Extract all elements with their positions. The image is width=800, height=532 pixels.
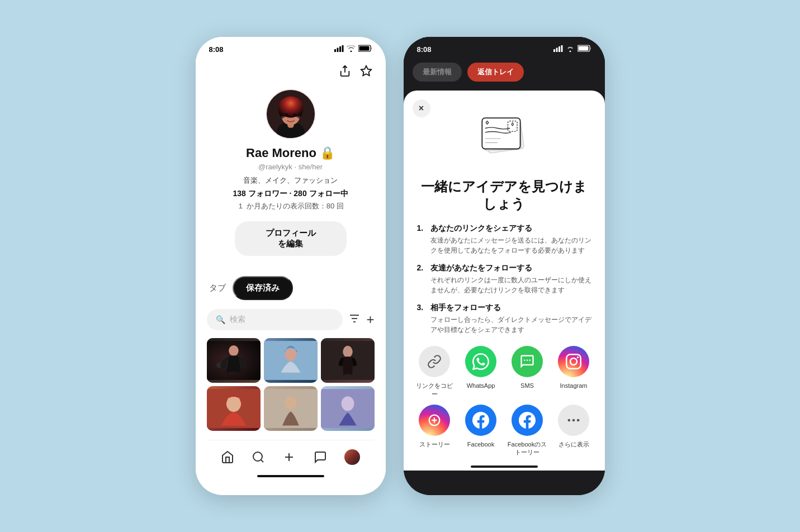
svg-point-17 (295, 116, 300, 120)
steps-list: 1. あなたのリンクをシェアする 友達があなたにメッセージを送るには、あなたのリ… (417, 224, 591, 335)
search-icon: 🔍 (216, 315, 225, 324)
tab-latest[interactable]: 最新情報 (413, 63, 462, 82)
search-row: 🔍 検索 + (207, 309, 375, 330)
svg-rect-5 (359, 46, 369, 51)
svg-line-34 (261, 460, 263, 462)
stories-icon (419, 405, 450, 436)
top-actions (207, 58, 375, 84)
nav-add[interactable] (282, 450, 296, 464)
svg-point-24 (285, 348, 296, 361)
pin-item[interactable] (321, 386, 375, 431)
tab-label: タブ (209, 283, 226, 293)
share-facebook-stories[interactable]: Facebookのストーリー (508, 405, 547, 457)
add-button[interactable]: + (366, 312, 374, 327)
facebook-stories-icon (512, 405, 543, 436)
share-instagram[interactable]: Instagram (554, 346, 594, 398)
pin-item[interactable] (321, 338, 375, 383)
status-bar-right: 8:08 (404, 37, 605, 58)
share-button[interactable] (339, 65, 351, 80)
svg-point-22 (229, 345, 238, 356)
edit-profile-button[interactable]: プロフィールを編集 (235, 221, 347, 256)
step-desc-2: それぞれのリンクは一度に数人のユーザーにしか使えませんが、必要なだけリンクを取得… (417, 275, 591, 295)
battery-icon (358, 45, 372, 54)
home-indicator (257, 475, 324, 477)
profile-bio: 音楽、メイク、ファッション (243, 175, 338, 186)
share-whatsapp[interactable]: WhatsApp (461, 346, 501, 398)
step-header-3: 相手をフォローする (430, 303, 501, 313)
share-more[interactable]: さらに表示 (554, 405, 594, 457)
app-container: 8:08 (173, 15, 627, 517)
share-stories[interactable]: ストーリー (415, 405, 455, 457)
profile-handle: @raelykyk · she/her (258, 163, 323, 171)
svg-point-52 (568, 419, 571, 422)
svg-rect-2 (339, 46, 341, 52)
svg-point-26 (343, 346, 352, 358)
share-copy-link[interactable]: リンクをコピー (415, 346, 455, 398)
search-box[interactable]: 🔍 検索 (207, 309, 343, 330)
whatsapp-icon (465, 346, 496, 377)
svg-point-15 (293, 113, 297, 117)
instagram-icon (558, 346, 589, 377)
tab-reply[interactable]: 返信トレイ (467, 63, 524, 82)
avatar (266, 89, 316, 139)
status-icons-right (553, 45, 591, 54)
nav-profile[interactable] (344, 449, 360, 465)
pin-item[interactable] (264, 338, 318, 383)
step-desc-1: 友達があなたにメッセージを送るには、あなたのリンクを使用してあなたをフォローする… (417, 235, 591, 255)
step-header-2: 友達があなたをフォローする (430, 263, 532, 273)
pin-item[interactable] (207, 338, 261, 383)
whatsapp-label: WhatsApp (467, 382, 495, 390)
battery-icon-right (577, 45, 591, 54)
svg-point-32 (341, 396, 354, 411)
filter-button[interactable] (348, 314, 361, 326)
svg-rect-40 (561, 45, 562, 52)
nav-search[interactable] (252, 450, 265, 464)
nav-home[interactable] (221, 450, 234, 464)
facebook-stories-label: Facebookのストーリー (508, 440, 547, 457)
svg-rect-39 (558, 46, 560, 52)
svg-rect-0 (334, 49, 336, 52)
modal-title: 一緒にアイデアを見つけましょう (415, 178, 594, 212)
more-label: さらに表示 (558, 440, 589, 448)
lock-icon: 🔒 (320, 146, 335, 160)
profile-name: Rae Moreno 🔒 (246, 146, 335, 160)
nav-chat[interactable] (314, 450, 327, 464)
signal-icon (334, 45, 344, 54)
step-1: 1. あなたのリンクをシェアする 友達があなたにメッセージを送るには、あなたのリ… (417, 224, 591, 255)
tab-saved[interactable]: 保存済み (233, 276, 293, 300)
dark-bg-area: 最新情報 返信トレイ (404, 58, 605, 91)
time-right: 8:08 (417, 45, 432, 54)
pin-item[interactable] (207, 386, 261, 431)
pin-item[interactable] (264, 386, 318, 431)
facebook-label: Facebook (467, 440, 494, 448)
svg-rect-1 (337, 48, 338, 52)
svg-rect-45 (482, 118, 520, 149)
profile-stats: 138 フォロワー · 280 フォロー中 (233, 189, 348, 199)
time-left: 8:08 (209, 45, 224, 54)
svg-point-14 (285, 113, 288, 117)
signal-icon-right (553, 45, 563, 54)
svg-point-33 (253, 452, 262, 461)
wifi-icon (347, 45, 356, 54)
settings-button[interactable] (360, 65, 372, 80)
share-facebook[interactable]: Facebook (461, 405, 501, 457)
home-indicator-right (471, 466, 538, 468)
svg-point-28 (226, 395, 240, 412)
profile-section: Rae Moreno 🔒 @raelykyk · she/her 音楽、メイク、… (207, 84, 375, 265)
close-button[interactable]: × (413, 99, 430, 117)
instagram-label: Instagram (560, 382, 588, 390)
pin-grid (207, 338, 375, 431)
svg-point-16 (281, 116, 286, 120)
copy-link-icon (419, 346, 450, 377)
search-placeholder: 検索 (230, 315, 245, 325)
share-sms[interactable]: SMS (508, 346, 547, 398)
svg-point-54 (577, 419, 580, 422)
more-icon (558, 405, 589, 436)
dark-tab-bar: 最新情報 返信トレイ (413, 58, 596, 91)
wifi-icon-right (566, 45, 575, 54)
tabs-row: タブ 保存済み (209, 276, 372, 300)
share-grid: リンクをコピー WhatsApp SMS (415, 346, 594, 456)
profile-views: １ か月あたりの表示回数：80 回 (237, 201, 344, 211)
sms-label: SMS (520, 382, 534, 390)
svg-point-30 (285, 396, 296, 409)
